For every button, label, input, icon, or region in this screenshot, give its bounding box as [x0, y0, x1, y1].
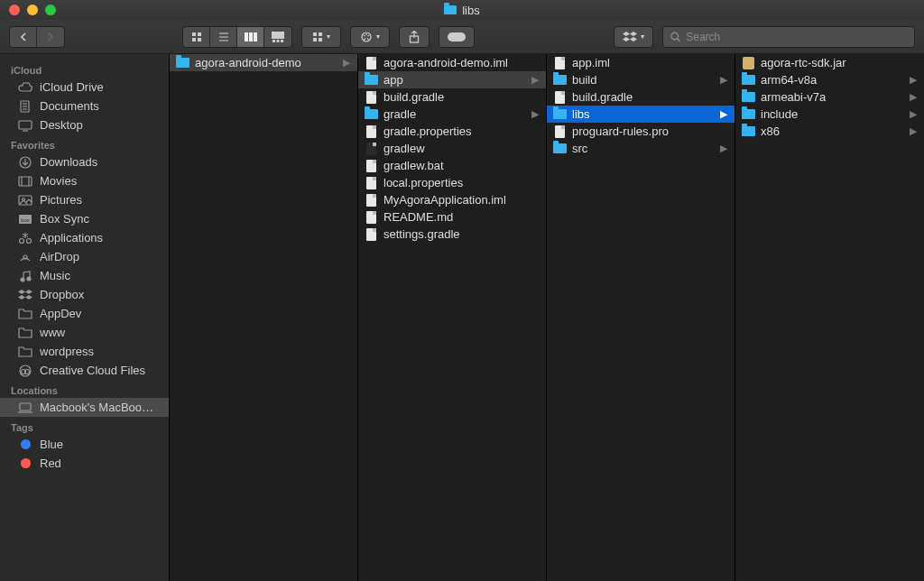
svg-rect-30 [19, 177, 32, 186]
sidebar-item-label: AppDev [40, 307, 81, 320]
folder-icon [741, 108, 755, 121]
file-row[interactable]: app.iml [547, 54, 735, 71]
sidebar-item-label: Documents [40, 99, 99, 113]
sidebar-item[interactable]: Music [0, 266, 169, 285]
folder-icon [552, 143, 567, 155]
svg-rect-17 [319, 38, 322, 42]
svg-point-40 [21, 278, 24, 281]
apps-icon [18, 232, 32, 244]
file-row[interactable]: build.gradle [358, 88, 546, 106]
icon-view-button[interactable] [183, 27, 210, 47]
sidebar-item[interactable]: Documents [0, 97, 169, 115]
folder-icon [18, 346, 32, 358]
file-row[interactable]: agora-rtc-sdk.jar [735, 54, 924, 71]
toolbar: ▾ ▾ ▾ [0, 20, 924, 54]
folder-icon [741, 74, 755, 87]
file-row[interactable]: arm64-v8a▶ [735, 71, 924, 88]
download-icon [18, 156, 32, 169]
sidebar-item-label: www [40, 326, 65, 339]
file-row[interactable]: armeabi-v7a▶ [735, 88, 924, 106]
search-field[interactable] [662, 26, 915, 48]
folder-icon [552, 74, 567, 87]
sidebar-item[interactable]: wordpress [0, 342, 169, 361]
tag-icon [18, 438, 32, 451]
file-row[interactable]: libs▶ [547, 106, 735, 123]
sidebar-item[interactable]: Dropbox [0, 285, 169, 304]
file-name: MyAgoraApplication.iml [383, 193, 541, 207]
file-row[interactable]: agora-android-demo▶ [170, 54, 357, 71]
svg-point-41 [27, 277, 31, 281]
sidebar-item[interactable]: Downloads [0, 152, 169, 171]
sidebar-item[interactable]: Creative Cloud Files [0, 361, 169, 380]
sidebar-item[interactable]: Red [0, 454, 169, 473]
column-view-button[interactable] [237, 27, 264, 47]
file-row[interactable]: gradle▶ [358, 106, 546, 123]
file-row[interactable]: local.properties [358, 174, 546, 191]
sidebar-item[interactable]: Macbook's MacBoo… [0, 398, 169, 417]
file-icon [364, 91, 378, 104]
arrange-group: ▾ [301, 26, 341, 48]
file-row[interactable]: gradlew [358, 140, 546, 157]
doc-icon [18, 100, 32, 113]
file-row[interactable]: include▶ [735, 106, 924, 123]
file-icon [364, 143, 378, 155]
sidebar-item[interactable]: www [0, 323, 169, 342]
sidebar-item[interactable]: boxBox Sync [0, 209, 169, 228]
svg-rect-14 [313, 32, 317, 36]
file-name: gradlew [383, 142, 541, 155]
zoom-window-button[interactable] [45, 5, 56, 15]
svg-rect-0 [192, 32, 196, 36]
back-button[interactable] [10, 27, 37, 47]
svg-rect-3 [198, 38, 201, 42]
sidebar-item-label: Pictures [40, 193, 82, 207]
close-window-button[interactable] [9, 5, 20, 15]
file-row[interactable]: settings.gradle [358, 226, 546, 243]
forward-button[interactable] [37, 27, 64, 47]
file-name: local.properties [383, 176, 541, 189]
sidebar-item[interactable]: Movies [0, 171, 169, 190]
sidebar-item[interactable]: AppDev [0, 304, 169, 323]
file-row[interactable]: build.gradle [547, 88, 735, 106]
file-name: build.gradle [383, 90, 541, 104]
file-row[interactable]: src▶ [547, 140, 735, 157]
chevron-right-icon: ▶ [910, 74, 919, 86]
file-row[interactable]: gradle.properties [358, 123, 546, 140]
file-icon [741, 57, 755, 69]
cloud-icon [18, 81, 32, 94]
airdrop-icon [18, 251, 32, 263]
share-button[interactable] [399, 26, 430, 48]
minimize-window-button[interactable] [27, 5, 38, 15]
svg-rect-1 [198, 32, 201, 36]
sidebar-item[interactable]: iCloud Drive [0, 78, 169, 97]
sidebar-item[interactable]: Blue [0, 435, 169, 454]
list-view-button[interactable] [210, 27, 237, 47]
file-row[interactable]: gradlew.bat [358, 157, 546, 174]
file-row[interactable]: build▶ [547, 71, 735, 88]
file-row[interactable]: agora-android-demo.iml [358, 54, 546, 71]
sidebar-item[interactable]: AirDrop [0, 247, 169, 266]
file-name: agora-android-demo [195, 56, 337, 69]
svg-rect-15 [319, 32, 322, 36]
file-row[interactable]: proguard-rules.pro [547, 123, 735, 140]
tags-button[interactable] [439, 26, 475, 48]
sidebar-item[interactable]: Applications [0, 228, 169, 247]
file-row[interactable]: README.md [358, 208, 546, 226]
sidebar-item-label: wordpress [40, 345, 94, 358]
sidebar-item[interactable]: Desktop [0, 115, 169, 134]
search-input[interactable] [686, 31, 907, 43]
dropbox-button[interactable]: ▾ [614, 27, 652, 47]
arrange-button[interactable]: ▾ [302, 27, 340, 47]
file-row[interactable]: MyAgoraApplication.iml [358, 191, 546, 208]
file-name: app [383, 73, 526, 87]
tag-icon [18, 457, 32, 470]
sidebar-item-label: Dropbox [40, 288, 84, 301]
file-row[interactable]: x86▶ [735, 123, 924, 140]
gallery-view-button[interactable] [264, 27, 291, 47]
sidebar-item[interactable]: Pictures [0, 190, 169, 209]
file-name: gradle.properties [383, 124, 541, 138]
file-row[interactable]: app▶ [358, 71, 546, 88]
box-icon: box [18, 213, 32, 226]
file-name: src [572, 142, 715, 155]
action-menu-button[interactable]: ▾ [351, 27, 389, 47]
svg-rect-16 [313, 38, 317, 42]
